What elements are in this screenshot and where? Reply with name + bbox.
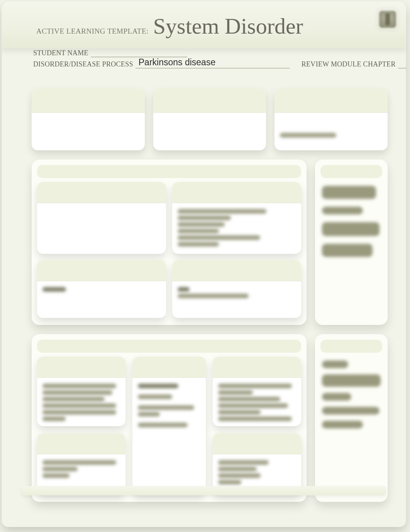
- assessment-inner-row-2: [37, 260, 301, 318]
- risk-factors-card: [37, 182, 166, 254]
- blur-text: [42, 416, 66, 421]
- concept-cards-row: [2, 71, 406, 150]
- blur-text: [138, 394, 172, 399]
- concept-card-3: [274, 88, 388, 150]
- complications-side-column: [315, 334, 388, 502]
- blur-text: [42, 410, 116, 415]
- blur-text: [178, 209, 266, 214]
- concept-card-2-body[interactable]: [153, 113, 266, 144]
- blur-text: [280, 133, 336, 138]
- safety-item-4: [322, 244, 373, 257]
- blur-text: [218, 480, 241, 484]
- blur-text: [178, 229, 219, 233]
- patient-care-cards: [37, 357, 301, 495]
- disease-field[interactable]: Parkinsons disease: [136, 59, 290, 68]
- blur-text: [42, 390, 112, 395]
- medications-body[interactable]: [132, 378, 205, 435]
- assessment-inner-row-1: [37, 182, 301, 254]
- concept-card-3-heading: [274, 88, 388, 113]
- review-chapter-field[interactable]: [398, 59, 406, 68]
- title-row: ACTIVE LEARNING TEMPLATE: System Disorde…: [2, 2, 406, 43]
- blur-text: [42, 287, 66, 292]
- blur-text: [138, 405, 194, 410]
- blur-text: [218, 403, 288, 408]
- assessment-group: [32, 160, 307, 325]
- template-title: System Disorder: [153, 13, 303, 39]
- blur-text: [178, 287, 190, 292]
- blur-text: [178, 235, 260, 240]
- client-education-card: [213, 357, 301, 426]
- lab-tests-heading: [37, 260, 166, 281]
- therapeutic-card: [37, 433, 125, 495]
- complications-items[interactable]: [320, 357, 382, 430]
- assessment-group-heading: [37, 165, 301, 178]
- risk-factors-body[interactable]: [37, 203, 166, 235]
- expected-findings-body[interactable]: [172, 203, 301, 254]
- nursing-care-body[interactable]: [37, 378, 125, 426]
- safety-item-3: [322, 222, 380, 236]
- assessment-safety-row: [2, 150, 406, 325]
- disease-value: Parkinsons disease: [139, 57, 215, 68]
- student-name-field[interactable]: [91, 48, 187, 57]
- complications-item-3: [322, 393, 351, 401]
- therapeutic-body[interactable]: [37, 454, 125, 486]
- blur-text: [218, 384, 292, 388]
- complications-heading: [320, 340, 382, 353]
- patient-care-col-1: [37, 357, 125, 495]
- risk-factors-heading: [37, 182, 166, 203]
- concept-card-1-body[interactable]: [32, 113, 145, 144]
- medications-heading: [132, 357, 205, 378]
- review-label: REVIEW MODULE CHAPTER: [302, 60, 396, 68]
- patient-care-group: [32, 334, 307, 502]
- complications-item-1: [322, 360, 348, 368]
- template-label: ACTIVE LEARNING TEMPLATE:: [36, 27, 149, 36]
- safety-items[interactable]: [320, 182, 382, 258]
- blur-text: [218, 416, 292, 421]
- lab-tests-card: [37, 260, 166, 318]
- patient-care-col-3: [213, 357, 301, 495]
- blur-text: [218, 410, 261, 415]
- safety-group-heading: [320, 165, 382, 178]
- client-education-heading: [213, 357, 301, 378]
- student-name-row: STUDENT NAME: [33, 48, 391, 57]
- page: ACTIVE LEARNING TEMPLATE: System Disorde…: [0, 2, 410, 532]
- blur-text: [178, 216, 231, 220]
- blur-text: [178, 222, 225, 227]
- safety-item-2: [322, 207, 363, 214]
- complications-item-2: [322, 374, 381, 387]
- complications-item-5: [322, 421, 363, 428]
- expected-findings-heading: [172, 182, 301, 203]
- blur-text: [178, 294, 249, 298]
- blur-text: [42, 467, 78, 471]
- corner-badge-icon: [379, 11, 396, 28]
- therapeutic-heading: [37, 433, 125, 454]
- safety-side-column: [315, 160, 388, 325]
- diagnostic-card: [172, 260, 301, 318]
- blur-text: [138, 412, 159, 416]
- patient-care-heading: [37, 340, 301, 353]
- blur-text: [42, 403, 116, 408]
- nursing-care-heading: [37, 357, 125, 378]
- student-name-label: STUDENT NAME: [33, 49, 88, 57]
- nursing-care-card: [37, 357, 125, 426]
- blur-text: [218, 467, 257, 471]
- concept-card-2-heading: [153, 88, 266, 113]
- concept-card-3-body[interactable]: [274, 113, 388, 145]
- interprofessional-card: [213, 433, 301, 495]
- expected-findings-card: [172, 182, 301, 254]
- complications-item-4: [322, 407, 380, 415]
- diagnostic-body[interactable]: [172, 281, 301, 313]
- lab-tests-body[interactable]: [37, 281, 166, 313]
- worksheet-sheet: ACTIVE LEARNING TEMPLATE: System Disorde…: [2, 2, 406, 527]
- diagnostic-heading: [172, 260, 301, 281]
- blur-text: [218, 460, 269, 465]
- medications-card: [132, 357, 205, 495]
- blur-text: [138, 384, 178, 388]
- client-education-body[interactable]: [213, 378, 301, 426]
- blur-text: [42, 397, 105, 401]
- blur-text: [138, 423, 188, 427]
- blur-text: [218, 397, 280, 401]
- disease-label: DISORDER/DISEASE PROCESS: [33, 60, 133, 68]
- blur-text: [218, 473, 261, 478]
- care-complications-row: [2, 325, 406, 502]
